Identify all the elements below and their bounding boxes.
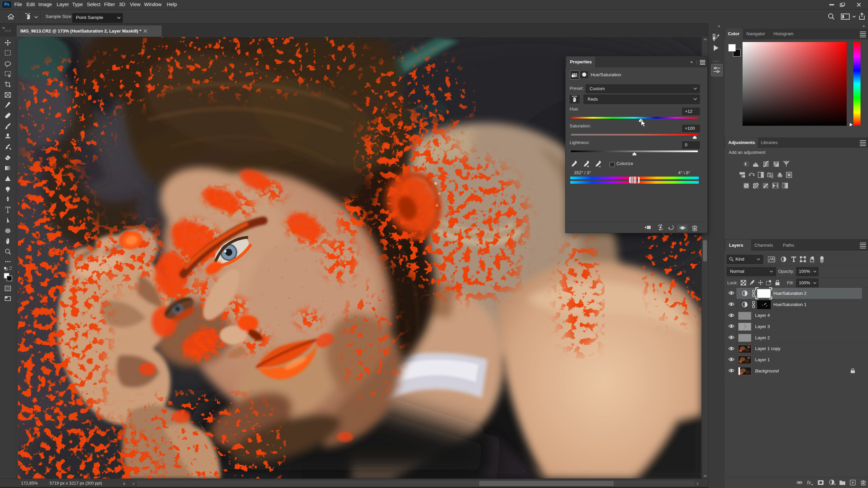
svg-text:fx: fx (807, 480, 811, 485)
